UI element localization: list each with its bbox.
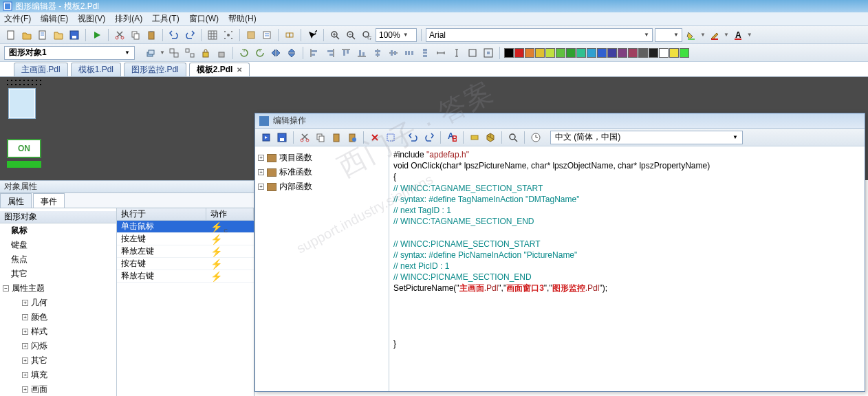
font-combo[interactable]: Arial▼ bbox=[426, 28, 653, 42]
rotate-right-icon[interactable] bbox=[253, 46, 267, 60]
dlg-select-all-icon[interactable] bbox=[384, 131, 398, 144]
tree-focus[interactable]: 焦点 bbox=[0, 252, 116, 267]
dist-v-icon[interactable] bbox=[418, 46, 432, 60]
group-icon[interactable] bbox=[167, 46, 181, 60]
tree-mouse[interactable]: 鼠标 bbox=[0, 223, 116, 238]
event-row[interactable]: 按右键⚡ bbox=[117, 258, 254, 270]
align-center-h-icon[interactable] bbox=[371, 46, 384, 60]
color-swatch[interactable] bbox=[680, 48, 689, 58]
tree-property-theme[interactable]: −属性主题 bbox=[0, 281, 116, 296]
color-swatch[interactable] bbox=[566, 48, 576, 58]
text-color-icon[interactable]: A bbox=[731, 28, 745, 42]
menu-window[interactable]: 窗口(W) bbox=[189, 13, 219, 25]
color-swatch[interactable] bbox=[628, 48, 638, 58]
text-file-icon[interactable] bbox=[36, 28, 50, 42]
fill-color-icon[interactable] bbox=[684, 28, 698, 42]
open-icon[interactable] bbox=[20, 28, 34, 42]
menu-file[interactable]: 文件(F) bbox=[4, 13, 31, 25]
menu-help[interactable]: 帮助(H) bbox=[228, 13, 257, 25]
line-color-icon[interactable] bbox=[708, 28, 721, 42]
canvas-on-button[interactable]: ON bbox=[7, 139, 41, 158]
color-swatch[interactable] bbox=[504, 48, 514, 58]
dlg-paste-icon[interactable] bbox=[329, 131, 343, 144]
color-swatch[interactable] bbox=[525, 48, 534, 58]
flip-h-icon[interactable] bbox=[269, 46, 283, 60]
language-combo[interactable]: 中文 (简体，中国)▼ bbox=[550, 131, 743, 144]
lock-icon[interactable] bbox=[199, 46, 213, 60]
object-selector-combo[interactable]: 图形对象1▼ bbox=[4, 46, 135, 60]
color-swatch[interactable] bbox=[607, 48, 617, 58]
dlg-clock-icon[interactable] bbox=[529, 131, 543, 144]
color-swatch[interactable] bbox=[597, 48, 607, 58]
align-center-v-icon[interactable] bbox=[387, 46, 400, 60]
document-tab[interactable]: 模板2.Pdl✕ bbox=[189, 63, 250, 76]
same-height-icon[interactable] bbox=[450, 46, 464, 60]
dlg-delete-icon[interactable] bbox=[368, 131, 382, 144]
tree-sub-item[interactable]: +其它 bbox=[0, 353, 116, 368]
unlock-icon[interactable] bbox=[215, 46, 228, 60]
center-in-icon[interactable] bbox=[481, 46, 495, 60]
dlg-cube-icon[interactable] bbox=[484, 131, 497, 144]
tree-other[interactable]: 其它 bbox=[0, 267, 116, 281]
document-tab[interactable]: 模板1.Pdl bbox=[71, 63, 121, 76]
align-bottom-icon[interactable] bbox=[355, 46, 369, 60]
zoom-area-icon[interactable] bbox=[360, 28, 373, 42]
color-swatch[interactable] bbox=[649, 48, 658, 58]
grid-icon[interactable] bbox=[206, 28, 219, 42]
paste-icon[interactable] bbox=[144, 28, 158, 42]
close-icon[interactable]: ✕ bbox=[237, 66, 242, 74]
tree-sub-item[interactable]: +样式 bbox=[0, 324, 116, 339]
fn-project[interactable]: +项目函数 bbox=[258, 151, 386, 165]
zoom-combo[interactable]: 100%▼ bbox=[376, 28, 417, 42]
tree-sub-item[interactable]: +几何 bbox=[0, 296, 116, 310]
same-size-icon[interactable] bbox=[466, 46, 479, 60]
dlg-paste-special-icon[interactable] bbox=[345, 131, 359, 144]
event-row[interactable]: 释放左键⚡ bbox=[117, 245, 254, 258]
help-pointer-icon[interactable]: ? bbox=[305, 28, 319, 42]
folder-icon[interactable] bbox=[52, 28, 65, 42]
menu-tools[interactable]: 工具(T) bbox=[152, 13, 179, 25]
dlg-save-icon[interactable] bbox=[275, 131, 289, 144]
tree-sub-item[interactable]: +颜色 bbox=[0, 310, 116, 324]
fn-standard[interactable]: +标准函数 bbox=[258, 165, 386, 179]
document-tab[interactable]: 主画面.Pdl bbox=[14, 63, 68, 76]
fn-internal[interactable]: +内部函数 bbox=[258, 179, 386, 194]
canvas-picture-object[interactable] bbox=[8, 88, 36, 119]
save-icon[interactable] bbox=[67, 28, 81, 42]
event-row[interactable]: 单击鼠标⚡ bbox=[117, 221, 254, 233]
event-row[interactable]: 按左键⚡ bbox=[117, 233, 254, 245]
redo-icon[interactable] bbox=[183, 28, 197, 42]
flip-v-icon[interactable] bbox=[285, 46, 299, 60]
font-size-combo[interactable]: ▼ bbox=[655, 28, 682, 42]
color-swatch[interactable] bbox=[587, 48, 596, 58]
tree-sub-item[interactable]: +填充 bbox=[0, 368, 116, 382]
color-swatch[interactable] bbox=[638, 48, 648, 58]
canvas-green-bar[interactable] bbox=[7, 161, 41, 168]
dlg-redo-icon[interactable] bbox=[422, 131, 436, 144]
new-icon[interactable] bbox=[4, 28, 18, 42]
properties-icon[interactable] bbox=[260, 28, 274, 42]
document-tab[interactable]: 图形监控.Pdl bbox=[124, 63, 186, 76]
cut-icon[interactable] bbox=[113, 28, 127, 42]
layer-icon[interactable] bbox=[144, 46, 158, 60]
menu-arrange[interactable]: 排列(A) bbox=[115, 13, 142, 25]
zoom-in-icon[interactable] bbox=[328, 28, 342, 42]
color-swatch[interactable] bbox=[556, 48, 565, 58]
color-swatch[interactable] bbox=[659, 48, 669, 58]
dlg-tag-icon[interactable] bbox=[468, 131, 481, 144]
color-swatch[interactable] bbox=[576, 48, 586, 58]
undo-icon[interactable] bbox=[167, 28, 181, 42]
tab-events[interactable]: 事件 bbox=[33, 193, 65, 208]
zoom-out-icon[interactable] bbox=[344, 28, 358, 42]
align-right-icon[interactable] bbox=[323, 46, 337, 60]
link-icon[interactable] bbox=[283, 28, 296, 42]
run-icon[interactable] bbox=[90, 28, 104, 42]
rotate-left-icon[interactable] bbox=[237, 46, 251, 60]
dlg-undo-icon[interactable] bbox=[406, 131, 420, 144]
tree-sub-item[interactable]: +画面 bbox=[0, 382, 116, 396]
color-swatch[interactable] bbox=[545, 48, 555, 58]
menu-edit[interactable]: 编辑(E) bbox=[41, 13, 68, 25]
event-row[interactable]: 释放右键⚡ bbox=[117, 270, 254, 283]
color-swatch[interactable] bbox=[669, 48, 679, 58]
align-top-icon[interactable] bbox=[339, 46, 353, 60]
